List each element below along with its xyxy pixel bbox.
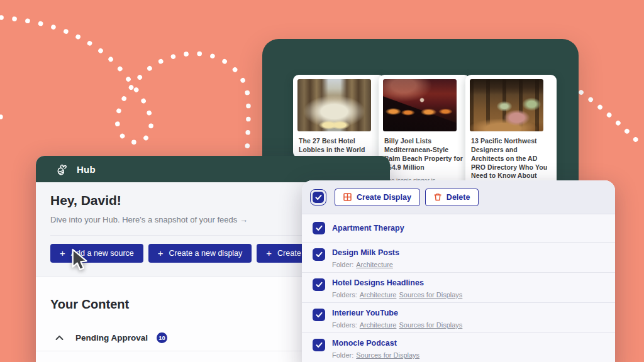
folder-link[interactable]: Sources for Displays: [399, 321, 462, 329]
article-title: Billy Joel Lists Mediterranean-Style Pal…: [384, 137, 464, 172]
source-title[interactable]: Monocle Podcast: [332, 339, 419, 348]
plus-icon: +: [60, 248, 65, 258]
create-display-button[interactable]: + Create a new display: [148, 244, 252, 263]
checkmark-icon: [315, 194, 322, 200]
pending-count-badge: 10: [157, 332, 167, 343]
plus-icon: +: [158, 248, 164, 258]
sources-list: Apartment Therapy Design Milk Posts Fold…: [302, 214, 615, 362]
source-folders: Folders:ArchitectureSources for Displays: [332, 291, 462, 299]
marketing-canvas: The 27 Best Hotel Lobbies in the World B…: [0, 0, 644, 362]
folder-link[interactable]: Sources for Displays: [399, 291, 462, 299]
source-title[interactable]: Interieur YouTube: [332, 309, 462, 318]
checkmark-icon: [316, 251, 323, 258]
folder-link[interactable]: Architecture: [360, 321, 397, 329]
create-display-toolbar-button[interactable]: Create Display: [335, 189, 420, 206]
trash-icon: [434, 193, 441, 201]
article-image-hotel-lobby: [297, 79, 371, 131]
greeting-subtitle: Dive into your Hub. Here's a snapshot of…: [50, 215, 248, 224]
source-row[interactable]: Hotel Designs Headlines Folders:Architec…: [302, 273, 615, 303]
pending-approval-label: Pending Approval: [75, 333, 148, 343]
select-all-checkbox[interactable]: [313, 192, 324, 203]
greeting-heading: Hey, David!: [50, 193, 121, 208]
plus-icon: +: [266, 248, 272, 258]
source-title[interactable]: Apartment Therapy: [332, 224, 404, 233]
source-title[interactable]: Hotel Designs Headlines: [332, 278, 462, 288]
app-title: Hub: [77, 164, 96, 175]
folder-link[interactable]: Architecture: [360, 291, 397, 299]
source-row[interactable]: Design Milk Posts Folder:Architecture: [302, 243, 615, 273]
row-checkbox[interactable]: [313, 222, 325, 234]
bee-logo-icon: [55, 162, 69, 177]
row-checkbox[interactable]: [313, 339, 325, 351]
folder-link[interactable]: Architecture: [356, 261, 393, 268]
checkmark-icon: [316, 282, 323, 288]
source-title[interactable]: Design Milk Posts: [332, 248, 399, 258]
checkmark-icon: [316, 225, 323, 231]
article-image-interior: [470, 79, 543, 131]
article-image-billy-joel: [383, 79, 457, 131]
row-checkbox[interactable]: [313, 309, 325, 321]
article-title: The 27 Best Hotel Lobbies in the World: [299, 137, 379, 155]
source-folders: Folder:Architecture: [332, 261, 399, 268]
source-row[interactable]: Monocle Podcast Folder:Sources for Displ…: [302, 333, 615, 362]
source-folders: Folders:ArchitectureSources for Displays: [332, 321, 462, 329]
add-source-button[interactable]: + Add a new source: [50, 244, 143, 263]
article-title: 13 Pacific Northwest Designers and Archi…: [471, 137, 551, 180]
select-all-focus-ring: [310, 189, 326, 206]
row-checkbox[interactable]: [313, 278, 325, 291]
sources-toolbar: Create Display Delete: [302, 180, 615, 214]
checkmark-icon: [316, 342, 323, 348]
arrow-cursor: [69, 248, 91, 273]
article-card[interactable]: The 27 Best Hotel Lobbies in the World: [293, 75, 384, 158]
source-folders: Folder:Sources for Displays: [332, 351, 419, 359]
sources-panel: Create Display Delete Apartment Therapy: [302, 180, 615, 362]
row-checkbox[interactable]: [313, 248, 325, 261]
grid-icon: [343, 193, 352, 201]
source-row[interactable]: Interieur YouTube Folders:ArchitectureSo…: [302, 303, 615, 333]
source-row[interactable]: Apartment Therapy: [302, 214, 615, 243]
delete-toolbar-button[interactable]: Delete: [425, 189, 479, 206]
chevron-up-icon[interactable]: [55, 335, 64, 341]
checkmark-icon: [316, 312, 323, 318]
folder-link[interactable]: Sources for Displays: [356, 351, 419, 359]
hub-header: Hub: [36, 156, 390, 182]
